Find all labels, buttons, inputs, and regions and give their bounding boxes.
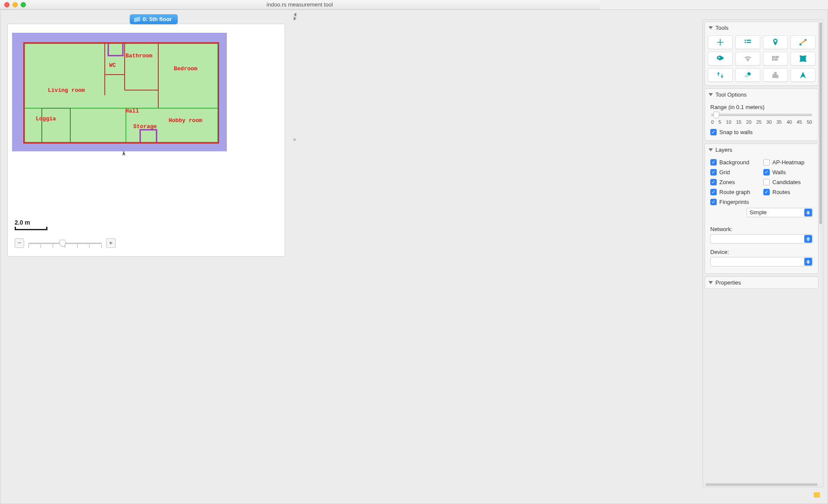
room-label-loggia: Loggia <box>36 116 56 122</box>
map-canvas[interactable]: Living room Loggia WC Bathroom Bedroom H… <box>7 24 285 257</box>
scale-label: 2.0 m <box>15 219 30 226</box>
floor-selector[interactable]: 0: 5th floor <box>130 14 178 24</box>
zoom-in-button[interactable]: + <box>106 238 116 248</box>
zoom-out-button[interactable]: − <box>15 238 24 248</box>
panel-splitter-handle[interactable] <box>293 138 296 141</box>
app-frame: 0: 5th floor <box>0 9 599 365</box>
room-label-living: Living room <box>48 88 85 93</box>
svg-marker-13 <box>122 150 125 156</box>
floorplan[interactable]: Living room Loggia WC Bathroom Bedroom H… <box>12 33 227 151</box>
room-label-hall: Hall <box>125 108 139 114</box>
canvas-region: 0: 5th floor <box>5 14 289 261</box>
floor-icon <box>134 16 140 22</box>
window-title: indoo.rs measurement tool <box>0 1 599 8</box>
svg-rect-10 <box>108 44 123 56</box>
room-label-wc: WC <box>109 63 116 68</box>
zoom-slider[interactable] <box>28 238 102 248</box>
zoom-controls: − + <box>15 238 116 248</box>
room-label-bedroom: Bedroom <box>174 66 198 72</box>
room-label-storage: Storage <box>133 124 157 129</box>
floorplan-rooms: Living room Loggia WC Bathroom Bedroom H… <box>23 42 219 144</box>
room-label-hobby: Hobby room <box>169 118 202 123</box>
zoom-slider-thumb[interactable] <box>60 240 66 247</box>
svg-rect-12 <box>42 108 70 142</box>
compass-icon <box>120 150 128 158</box>
floor-label: 0: 5th floor <box>143 16 172 22</box>
scale-bar: 2.0 m <box>15 219 47 230</box>
panel-splitter-arrows[interactable] <box>294 13 298 20</box>
titlebar: indoo.rs measurement tool <box>0 0 599 9</box>
room-label-bathroom: Bathroom <box>125 53 152 59</box>
svg-rect-9 <box>140 130 157 142</box>
